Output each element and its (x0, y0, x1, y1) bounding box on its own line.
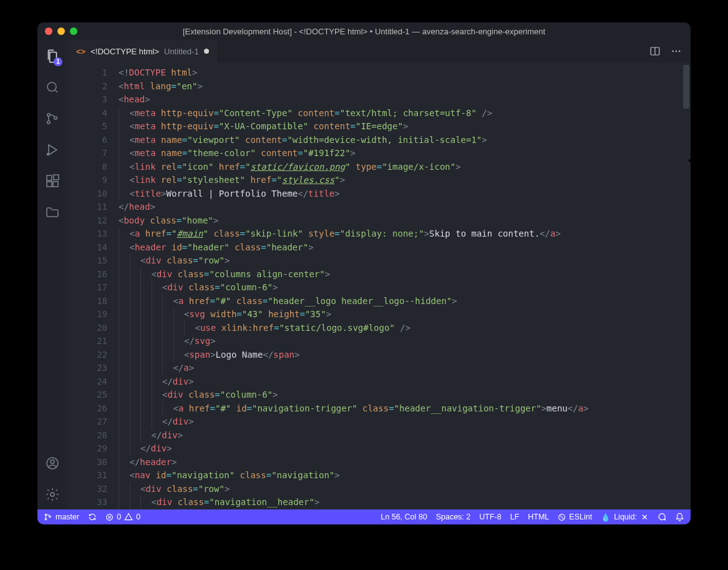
status-spaces[interactable]: Spaces: 2 (436, 513, 471, 521)
run-debug-icon[interactable] (44, 141, 61, 159)
explorer-icon[interactable]: 1 (44, 47, 61, 65)
status-problems[interactable]: 0 0 (105, 513, 140, 521)
status-errors-count: 0 (117, 513, 121, 521)
status-language[interactable]: HTML (528, 513, 549, 521)
more-actions-icon[interactable] (671, 46, 682, 57)
code-content[interactable]: <!DOCTYPE html><html lang="en"><head><me… (119, 62, 691, 509)
tab-bar: <> <!DOCTYPE html> Untitled-1 (67, 40, 691, 62)
svg-point-18 (49, 516, 51, 518)
svg-rect-7 (53, 182, 58, 187)
window-title: [Extension Development Host] - <!DOCTYPE… (183, 27, 545, 36)
status-bell-icon[interactable] (675, 513, 684, 522)
editor-tab[interactable]: <> <!DOCTYPE html> Untitled-1 (67, 40, 218, 62)
scrollbar[interactable] (682, 62, 691, 509)
activity-bar: 1 (37, 40, 67, 509)
vscode-window: [Extension Development Host] - <!DOCTYPE… (37, 22, 691, 524)
status-branch[interactable]: master (44, 513, 79, 521)
svg-rect-8 (54, 175, 59, 180)
minimize-window-button[interactable] (57, 27, 65, 35)
tab-subname: Untitled-1 (164, 47, 199, 56)
code-editor[interactable]: 1234567891011121314151617181920212223242… (67, 62, 691, 509)
zoom-window-button[interactable] (70, 27, 77, 35)
accounts-icon[interactable] (44, 455, 61, 472)
svg-point-2 (47, 121, 50, 124)
split-editor-icon[interactable] (649, 46, 661, 57)
status-warnings-count: 0 (136, 513, 140, 521)
extensions-icon[interactable] (44, 172, 61, 190)
svg-point-3 (54, 117, 57, 119)
status-eslint[interactable]: ESLint (558, 513, 592, 521)
editor-actions (641, 40, 691, 62)
svg-point-10 (51, 460, 54, 464)
explorer-badge: 1 (54, 57, 62, 66)
close-icon[interactable]: ✕ (641, 513, 648, 522)
traffic-lights (45, 27, 77, 35)
tab-dirty-indicator (204, 49, 209, 54)
svg-point-1 (47, 114, 50, 116)
search-icon[interactable] (44, 79, 61, 96)
close-window-button[interactable] (45, 27, 52, 35)
droplet-icon: 💧 (601, 513, 611, 522)
svg-point-17 (45, 518, 47, 520)
titlebar: [Extension Development Host] - <!DOCTYPE… (37, 22, 691, 40)
status-branch-label: master (56, 513, 79, 521)
scrollbar-thumb[interactable] (683, 65, 689, 109)
status-sync-icon[interactable] (88, 513, 97, 521)
svg-point-15 (679, 51, 680, 52)
status-cursor[interactable]: Ln 56, Col 80 (381, 513, 427, 521)
status-bar: master 0 0 Ln 56, Col 80 Spaces: 2 UTF-8… (37, 509, 691, 524)
status-eol[interactable]: LF (510, 513, 520, 521)
svg-point-13 (672, 51, 674, 52)
line-number-gutter: 1234567891011121314151617181920212223242… (67, 62, 119, 509)
folder-icon[interactable] (44, 204, 61, 221)
svg-point-14 (676, 51, 677, 52)
svg-point-16 (45, 514, 47, 516)
settings-gear-icon[interactable] (44, 486, 61, 503)
status-feedback-icon[interactable] (657, 513, 666, 522)
html-file-icon: <> (76, 47, 85, 56)
status-encoding[interactable]: UTF-8 (479, 513, 501, 521)
svg-point-0 (47, 82, 56, 91)
svg-point-11 (51, 493, 54, 496)
status-liquid[interactable]: 💧 Liquid: ✕ (601, 513, 648, 522)
overview-ruler-arrow (688, 156, 691, 165)
svg-rect-5 (47, 175, 52, 180)
tab-filename: <!DOCTYPE html> (90, 47, 159, 56)
svg-rect-6 (47, 182, 52, 187)
source-control-icon[interactable] (44, 110, 61, 127)
editor-group: <> <!DOCTYPE html> Untitled-1 1234567891… (67, 40, 691, 509)
